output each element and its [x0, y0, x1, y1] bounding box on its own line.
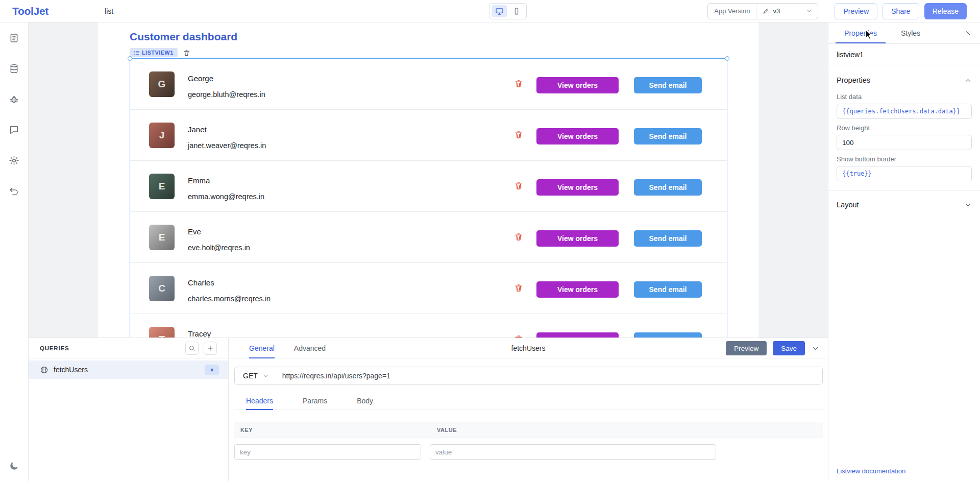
collapse-query-panel-button[interactable]: [811, 344, 820, 353]
mobile-layout-button[interactable]: [509, 5, 524, 17]
play-icon: [209, 367, 215, 373]
version-select[interactable]: v3: [756, 7, 818, 15]
delete-row-button[interactable]: [514, 79, 523, 88]
chevron-down-icon: [806, 8, 813, 14]
tab-general[interactable]: General: [249, 338, 275, 358]
search-queries-button[interactable]: [185, 342, 199, 355]
left-sidebar: [0, 22, 29, 481]
listview-documentation-link[interactable]: Listview documentation: [837, 467, 905, 475]
customer-name: Eve: [188, 227, 201, 236]
release-button[interactable]: Release: [924, 3, 967, 19]
query-save-button[interactable]: Save: [773, 341, 805, 355]
dashboard-title-widget[interactable]: Customer dashboard: [130, 31, 237, 43]
widget-inspector: Properties Styles listview1 Properties L…: [828, 22, 980, 481]
undo-icon[interactable]: [7, 184, 21, 198]
delete-row-button[interactable]: [514, 130, 523, 139]
bottom-border-label: Show bottom border: [837, 155, 972, 163]
tab-body[interactable]: Body: [357, 391, 373, 410]
query-editor-pane: General Advanced fetchUsers Preview Save…: [229, 338, 828, 481]
dark-mode-icon[interactable]: [7, 459, 21, 473]
share-button[interactable]: Share: [883, 3, 919, 19]
tooljet-logo: ToolJet: [12, 5, 48, 17]
list-item: C Charles charles.morris@reqres.in View …: [130, 263, 727, 314]
top-header: ToolJet list App Version v3 Preview Shar…: [0, 0, 980, 22]
row-height-input[interactable]: [837, 135, 972, 150]
layout-section-header[interactable]: Layout: [837, 197, 972, 212]
plus-icon: [207, 345, 214, 352]
close-inspector-button[interactable]: [963, 28, 974, 39]
send-email-button[interactable]: Send email: [634, 77, 702, 93]
trash-icon: [183, 49, 190, 57]
editor-canvas-area: Customer dashboard LISTVIEW1 G George ge…: [29, 22, 828, 338]
preview-button[interactable]: Preview: [835, 3, 877, 19]
customer-name: George: [188, 74, 213, 83]
customer-name: Charles: [188, 278, 214, 287]
delete-row-button[interactable]: [514, 181, 523, 190]
send-email-button[interactable]: Send email: [634, 179, 702, 196]
query-editor-title: fetchUsers: [511, 344, 546, 352]
key-column-header: KEY: [240, 427, 253, 433]
delete-widget-button[interactable]: [183, 49, 190, 57]
properties-section-header[interactable]: Properties: [837, 73, 972, 88]
query-list-item[interactable]: fetchUsers: [29, 360, 228, 379]
tab-params[interactable]: Params: [303, 391, 327, 410]
view-orders-button[interactable]: View orders: [536, 281, 619, 298]
send-email-button[interactable]: Send email: [634, 332, 702, 338]
avatar: G: [149, 71, 175, 97]
tab-properties[interactable]: Properties: [836, 22, 886, 43]
rocket-icon: [763, 8, 769, 14]
method-select[interactable]: GET: [235, 367, 276, 384]
trash-icon: [514, 181, 523, 190]
version-value: v3: [773, 7, 780, 15]
query-panel: QUERIES fetchUsers General Advanced fetc…: [29, 338, 828, 481]
settings-icon[interactable]: [7, 153, 21, 167]
bottom-border-input[interactable]: [837, 166, 972, 181]
widget-selection-toolbar: LISTVIEW1: [130, 48, 190, 57]
list-icon: [134, 50, 139, 56]
send-email-button[interactable]: Send email: [634, 128, 702, 145]
resize-handle-top-left[interactable]: [128, 56, 132, 61]
send-email-button[interactable]: Send email: [634, 281, 702, 298]
view-orders-button[interactable]: View orders: [536, 77, 619, 93]
tab-headers[interactable]: Headers: [246, 391, 273, 410]
mobile-icon: [512, 7, 521, 15]
send-email-button[interactable]: Send email: [634, 230, 702, 247]
resize-handle-top-right[interactable]: [725, 56, 729, 61]
customer-email: janet.weaver@reqres.in: [188, 141, 266, 150]
tab-advanced[interactable]: Advanced: [294, 338, 326, 358]
delete-row-button[interactable]: [514, 283, 523, 293]
trash-icon: [514, 232, 523, 242]
comments-icon[interactable]: [7, 123, 21, 137]
customer-email: george.bluth@reqres.in: [188, 90, 265, 99]
request-url-row: GET: [234, 367, 823, 385]
view-orders-button[interactable]: View orders: [536, 332, 619, 338]
query-preview-button[interactable]: Preview: [726, 341, 767, 355]
tab-styles[interactable]: Styles: [886, 22, 936, 43]
database-icon[interactable]: [7, 61, 21, 76]
list-item: J Janet janet.weaver@reqres.in View orde…: [130, 110, 727, 161]
delete-row-button[interactable]: [514, 232, 523, 242]
customer-name: Tracey: [188, 329, 211, 338]
header-value-input[interactable]: [430, 444, 716, 460]
view-orders-button[interactable]: View orders: [536, 179, 619, 196]
row-height-label: Row height: [837, 124, 972, 132]
trash-icon: [514, 130, 523, 139]
pages-icon[interactable]: [7, 31, 21, 45]
customer-name: Janet: [188, 125, 207, 134]
headers-table-header: KEY VALUE: [234, 422, 823, 438]
debugger-icon[interactable]: [7, 92, 21, 106]
customer-name: Emma: [188, 176, 210, 185]
trash-icon: [514, 283, 523, 293]
desktop-layout-button[interactable]: [492, 5, 507, 17]
header-key-input[interactable]: [234, 444, 421, 460]
view-orders-button[interactable]: View orders: [536, 230, 619, 247]
run-query-button[interactable]: [205, 365, 219, 375]
listview-widget[interactable]: G George george.bluth@reqres.in View ord…: [130, 58, 727, 338]
device-layout-toggle: [489, 3, 527, 19]
view-orders-button[interactable]: View orders: [536, 128, 619, 145]
trash-icon: [514, 79, 523, 88]
query-name: fetchUsers: [54, 366, 88, 374]
url-input[interactable]: [276, 367, 822, 384]
list-data-input[interactable]: [837, 104, 972, 119]
add-query-button[interactable]: [204, 342, 217, 355]
